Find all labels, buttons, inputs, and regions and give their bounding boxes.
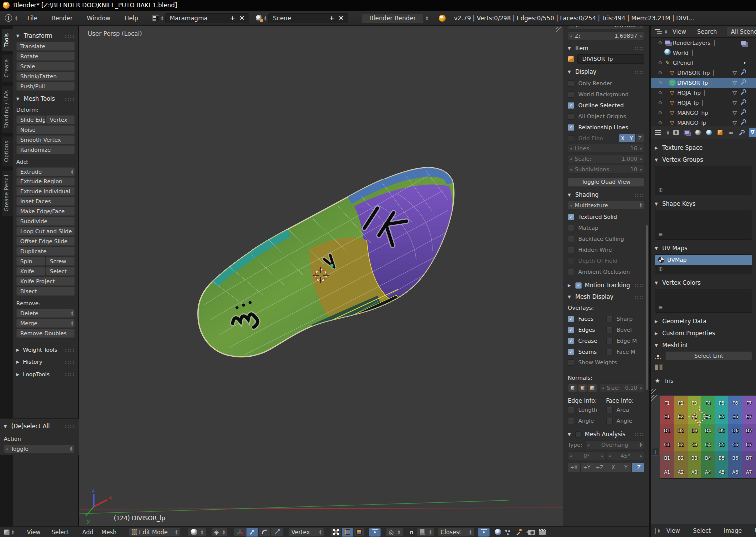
panel-header-shape-keys[interactable]: ▼Shape Keys (655, 200, 752, 207)
palette-cell-d3[interactable]: D3 (688, 424, 701, 438)
panel-header-transform[interactable]: ▼Transform (16, 32, 75, 39)
palette-texture-image[interactable]: F1F2F3F4F5F6F7E1E2E3E4E5E6E7D1D2D3D4D5D6… (660, 396, 756, 479)
palette-cell-c2[interactable]: C2 (674, 438, 687, 452)
tool-button-knife-project[interactable]: Knife Project (16, 277, 75, 286)
panel-header-geometry-data[interactable]: ▶Geometry Data (655, 318, 752, 325)
tool-button-extrude-region[interactable]: Extrude Region (16, 177, 75, 186)
lines-slider[interactable]: Lines:16 (568, 144, 644, 153)
wrench-icon[interactable] (740, 89, 746, 97)
palette-cell-a5[interactable]: A5 (715, 465, 728, 479)
viewport-canvas[interactable]: z x y (79, 26, 563, 526)
mesh-data-icon[interactable]: ▽ (733, 110, 737, 116)
mesh-data-icon[interactable]: ▽ (733, 90, 737, 96)
transform-orientation-select[interactable]: Vertex▲▼ (288, 528, 324, 537)
palette-cell-f5[interactable]: F5 (715, 396, 728, 410)
tab-object[interactable] (716, 128, 724, 137)
menu-render[interactable]: Render (44, 15, 80, 22)
toggle-x[interactable]: +X (568, 463, 581, 472)
checkbox-edge-m[interactable] (606, 338, 613, 344)
mesh-object[interactable] (198, 168, 454, 359)
panel-grip-icon[interactable] (634, 69, 644, 75)
outliner-item-hoja-hp[interactable]: ⊕—▽HOJA_hp▽ (651, 88, 756, 98)
3d-viewport[interactable]: z x y User Persp (Local) (124) DIVISOR_l… (79, 26, 563, 526)
toggle-y[interactable]: Y (627, 134, 636, 142)
toggle-quad-view-button[interactable]: Toggle Quad View (568, 178, 644, 187)
toggle-y[interactable]: -Y (619, 463, 632, 472)
panel-header-item[interactable]: ▼Item (568, 45, 644, 52)
palette-cell-b3[interactable]: B3 (688, 451, 701, 465)
outliner-menu-search[interactable]: Search (692, 28, 723, 35)
scale-manipulator-button[interactable] (271, 528, 283, 537)
tab-world[interactable] (705, 128, 713, 137)
checkbox-textured-solid[interactable] (568, 214, 574, 220)
opengl-render-icon[interactable] (528, 530, 535, 535)
outliner-item-renderlayers[interactable]: ⊕RenderLayers (651, 38, 756, 48)
tool-button-offset-edge-slide[interactable]: Offset Edge Slide (16, 237, 75, 246)
panel-header-mesh-display[interactable]: ▼Mesh Display (568, 293, 644, 300)
tool-button-extrude-individual[interactable]: Extrude Individual (16, 187, 75, 196)
panel-header-shading[interactable]: ▼Shading (568, 191, 644, 198)
mesh-data-icon[interactable]: ▽ (733, 100, 737, 106)
panel-header-vertex-colors[interactable]: ▼Vertex Colors (655, 279, 752, 286)
tool-button-vertex[interactable]: Vertex (46, 115, 75, 124)
tool-button-shrink-fatten[interactable]: Shrink/Fatten (16, 72, 75, 81)
tool-button-screw[interactable]: Screw (46, 257, 75, 266)
palette-cell-e3[interactable]: E3 (688, 410, 701, 424)
object-name-field[interactable]: DIVISOR_lp (577, 54, 644, 64)
palette-cell-d2[interactable]: D2 (674, 424, 687, 438)
toggle-z[interactable]: Z (636, 134, 644, 142)
wrench-icon[interactable] (740, 119, 746, 127)
palette-cell-f3[interactable]: F3 (688, 396, 701, 410)
palette-cell-d6[interactable]: D6 (728, 424, 742, 438)
checkbox-ambient-occlusion[interactable] (568, 269, 574, 275)
toggle-z[interactable]: -Z (632, 463, 644, 472)
toolshelf-tab-tools[interactable]: Tools (2, 29, 13, 51)
select-menu[interactable]: Select (52, 529, 69, 536)
checkbox-motion-tracking[interactable] (575, 282, 582, 289)
tool-button-select[interactable]: Select (46, 267, 75, 276)
checkbox-grid-floor[interactable] (568, 135, 574, 142)
snap-peel-icon[interactable] (505, 529, 511, 535)
select-lint-button[interactable]: Select Lint (665, 351, 752, 360)
palette-cell-a1[interactable]: A1 (660, 465, 674, 479)
image-menu-select[interactable]: Select (687, 527, 717, 534)
checkbox-mesh-analysis[interactable] (575, 431, 582, 438)
checkbox-sharp[interactable] (606, 316, 613, 322)
panel-grip-icon[interactable] (65, 33, 75, 39)
transform-z-field[interactable]: Z:1.69897 (568, 31, 644, 40)
tool-button-delete[interactable]: Delete▲▼ (16, 309, 75, 318)
add-layout-button[interactable]: + (230, 14, 235, 22)
tool-button-subdivide[interactable]: Subdivide (16, 217, 75, 226)
tool-button-bisect[interactable]: Bisect (16, 287, 75, 296)
viewport-shading-select[interactable]: ▲▼ (188, 528, 206, 537)
shading-mode-select[interactable]: Multitexture▲▼ (568, 201, 644, 210)
outliner-item-gpencil[interactable]: ⊕✎GPencil• (651, 58, 756, 68)
vertex-groups-list[interactable]: ⊕ (655, 166, 752, 195)
panel-header-looptools[interactable]: ▶LoopTools (16, 368, 75, 380)
lint-option-icon[interactable] (655, 364, 658, 370)
checkbox-angle[interactable] (568, 418, 574, 424)
toggle-z[interactable]: +Z (593, 463, 606, 472)
palette-cell-d5[interactable]: D5 (715, 424, 728, 438)
palette-cell-a2[interactable]: A2 (674, 465, 687, 479)
toolshelf-tab-shading-uvs[interactable]: Shading / UVs (2, 86, 13, 133)
outliner-menu-view[interactable]: View (667, 28, 691, 35)
pivot-point-select[interactable]: ◈▲▼ (211, 528, 228, 537)
palette-cell-b1[interactable]: B1 (660, 451, 674, 465)
palette-cell-b6[interactable]: B6 (728, 451, 742, 465)
analysis-max-slider[interactable]: 45° (607, 451, 645, 460)
checkbox-show-weights[interactable] (568, 359, 574, 366)
expand-icon[interactable]: ⊕ (657, 110, 663, 115)
checkbox-edges[interactable] (568, 327, 574, 333)
uv-map-item[interactable]: UVMap (655, 255, 752, 265)
panel-header-deselect-all[interactable]: ▼(De)select All (4, 423, 75, 430)
tab-render[interactable] (672, 128, 680, 137)
subdivisions-slider[interactable]: Subdivisions:10 (568, 165, 644, 174)
vertex-colors-list[interactable]: ⊕ (655, 289, 752, 313)
tool-button-randomize[interactable]: Randomize (16, 145, 75, 154)
menu-window[interactable]: Window (80, 15, 117, 22)
checkbox-only-render[interactable] (568, 80, 574, 87)
palette-cell-f2[interactable]: F2 (674, 396, 687, 410)
panel-grip-icon[interactable] (634, 46, 644, 51)
snap-element-select[interactable]: ▲▼ (417, 528, 434, 537)
